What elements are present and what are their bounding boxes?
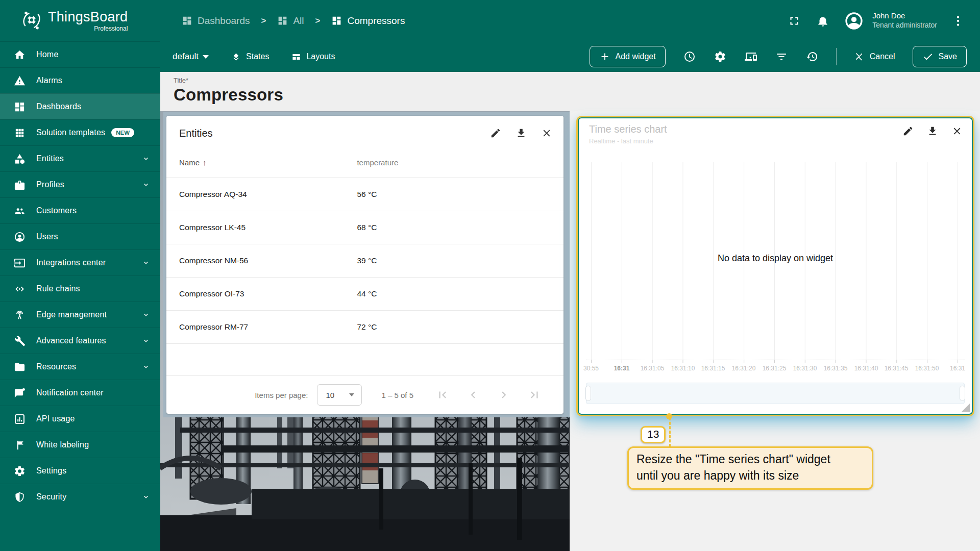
sidebar-item-solution-templates[interactable]: Solution templates NEW [0,119,160,145]
time-range-brush[interactable] [586,383,965,404]
states-button[interactable]: States [231,52,269,62]
home-icon [14,49,26,61]
notifications-bell-icon[interactable] [815,13,830,29]
breadcrumb-separator: > [261,16,266,26]
sidebar-item-customers[interactable]: Customers [0,197,160,223]
states-diamond-icon [231,52,241,62]
remove-widget-close-icon[interactable] [951,126,963,137]
chart-plot-area: No data to display on widget [586,162,965,360]
layouts-button[interactable]: Layouts [291,52,335,62]
edit-pencil-icon[interactable] [490,128,501,139]
last-page-icon[interactable] [528,388,541,402]
edit-pencil-icon[interactable] [902,126,914,137]
table-paginator: Items per page: 10 1 – 5 of 5 [166,375,564,414]
chevron-down-icon [142,363,150,371]
sidebar-item-alarms[interactable]: Alarms [0,67,160,93]
fullscreen-icon[interactable] [787,13,802,29]
dashboard-settings-gear-icon[interactable] [714,50,727,63]
sidebar-item-rule-chains[interactable]: Rule chains [0,276,160,302]
grid-icon [14,127,26,139]
dashboard-toolbar: default States Layouts Add widget Cancel… [160,41,980,72]
table-row[interactable]: Compressor LK-45 68 °C [166,211,564,244]
previous-page-icon[interactable] [467,388,480,402]
save-button[interactable]: Save [913,46,967,67]
brush-handle-right[interactable] [960,386,965,401]
timeseries-widget-title: Time series chart [589,123,667,135]
no-data-message: No data to display on widget [586,253,965,264]
resize-handle[interactable] [962,404,970,412]
x-axis-labels: 30:55 16:31 16:31:05 16:31:10 16:31:15 1… [586,365,965,373]
brand-subtitle: Professional [48,26,128,32]
kebab-menu-icon[interactable] [950,13,966,29]
next-page-icon[interactable] [497,388,510,402]
version-history-icon[interactable] [805,50,819,63]
cancel-button[interactable]: Cancel [854,51,895,62]
items-per-page-select[interactable]: 10 [317,384,362,406]
table-row[interactable]: Compressor NM-56 39 °C [166,244,564,278]
timeseries-widget-subtitle: Realtime - last minute [589,137,667,145]
sidebar-item-users[interactable]: Users [0,223,160,249]
sidebar-item-dashboards[interactable]: Dashboards [0,93,160,119]
annotation-connector-dot [666,413,672,419]
gear-icon [14,465,26,477]
sidebar-item-entities[interactable]: Entities [0,145,160,171]
dashboard-icon [277,15,288,26]
sidebar-item-notification-center[interactable]: Notification center [0,380,160,406]
plus-icon [599,51,610,62]
entity-aliases-devices-icon[interactable] [744,50,757,63]
filter-icon[interactable] [775,50,788,63]
chart-box-icon [14,413,26,425]
sidebar-item-security[interactable]: Security [0,484,160,510]
sidebar-item-advanced-features[interactable]: Advanced features [0,328,160,354]
export-download-icon[interactable] [927,126,938,137]
dashboard-title-field[interactable]: Title* Compressors [160,72,980,111]
sidebar-item-settings[interactable]: Settings [0,458,160,484]
table-row[interactable]: Compressor RM-77 72 °C [166,311,564,344]
remove-widget-close-icon[interactable] [541,128,552,139]
page-title: Compressors [174,85,980,105]
first-page-icon[interactable] [436,388,449,402]
x-axis-tick-label: 16:31:20 [732,365,756,372]
sidebar-item-white-labeling[interactable]: White labeling [0,432,160,458]
brand-name: ThingsBoard [48,10,128,24]
x-axis-tick-label: 16:31:50 [915,365,939,372]
tools-icon [14,335,26,347]
brand-logo[interactable]: ThingsBoard Professional [0,0,160,41]
table-row[interactable]: Compressor AQ-34 56 °C [166,178,564,211]
items-per-page-label: Items per page: [255,391,308,399]
sidebar-item-integrations-center[interactable]: Integrations center [0,249,160,276]
entities-table-header: Name ↑ temperature [166,147,564,178]
breadcrumb-all[interactable]: All [277,15,304,27]
chevron-down-icon [142,259,150,267]
timewindow-clock-icon[interactable] [683,50,696,63]
dashboard-state-select[interactable]: default [173,52,209,62]
people-icon [14,205,26,217]
brush-handle-left[interactable] [585,386,591,401]
check-icon [922,51,934,62]
message-icon [14,387,26,399]
time-series-chart-widget[interactable]: Time series chart Realtime - last minute… [576,116,974,416]
export-download-icon[interactable] [516,128,527,139]
column-header-name[interactable]: Name [179,158,200,167]
callout-text-line2: until you are happy with its size [636,467,864,484]
warning-icon [14,75,26,87]
sidebar-item-edge-management[interactable]: Edge management [0,302,160,328]
title-field-label: Title* [174,77,980,84]
entities-widget-container[interactable]: Entities Name ↑ temperature Compressor A… [163,112,570,417]
new-badge: NEW [111,128,134,137]
breadcrumb-dashboards[interactable]: Dashboards [182,15,250,27]
sidebar-item-profiles[interactable]: Profiles [0,171,160,197]
sidebar-item-home[interactable]: Home [0,41,160,67]
column-header-temperature[interactable]: temperature [357,158,398,167]
breadcrumb-compressors[interactable]: Compressors [331,15,405,27]
add-widget-button[interactable]: Add widget [590,46,666,67]
sidebar-item-api-usage[interactable]: API usage [0,406,160,432]
table-row[interactable]: Compressor OI-73 44 °C [166,278,564,311]
sort-ascending-icon[interactable]: ↑ [203,158,207,167]
shapes-icon [14,153,26,165]
layouts-icon [291,52,301,62]
user-avatar[interactable] [844,11,864,31]
x-axis-tick-label: 16:31 [614,365,630,372]
person-circle-icon [14,231,26,243]
sidebar-item-resources[interactable]: Resources [0,354,160,380]
